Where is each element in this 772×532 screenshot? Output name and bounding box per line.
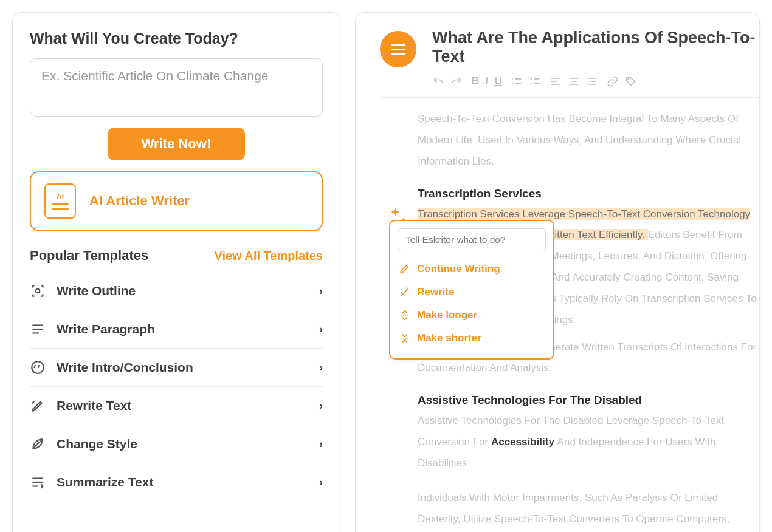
align-right-icon[interactable] xyxy=(586,75,598,87)
create-panel: What Will You Create Today? Write Now! A… xyxy=(12,12,340,532)
ai-action-continue[interactable]: Continue Writing xyxy=(398,257,546,281)
wand-icon xyxy=(399,286,411,298)
template-label: Write Paragraph xyxy=(57,322,155,336)
ai-actions-popup: Continue Writing Rewrite Make longer Mak… xyxy=(389,220,554,360)
ai-action-longer[interactable]: Make longer xyxy=(398,304,546,327)
bold-button[interactable]: B xyxy=(471,75,479,87)
paragraph: Individuals With Motor Impairments, Such… xyxy=(418,488,759,532)
menu-button[interactable] xyxy=(380,31,416,67)
template-list: Write Outline › Write Paragraph › Write … xyxy=(30,272,323,501)
template-item-summarize[interactable]: Summarize Text › xyxy=(30,463,323,501)
expand-icon xyxy=(399,309,411,321)
template-label: Write Outline xyxy=(57,284,136,298)
create-heading: What Will You Create Today? xyxy=(30,30,323,47)
chevron-right-icon: › xyxy=(319,438,323,451)
svg-point-13 xyxy=(531,83,532,84)
ordered-list-icon[interactable]: 12 xyxy=(511,75,523,87)
topic-input[interactable] xyxy=(30,58,323,117)
tag-icon[interactable] xyxy=(625,75,637,87)
align-left-icon[interactable] xyxy=(550,75,562,87)
templates-title: Popular Templates xyxy=(30,248,148,264)
svg-text:1: 1 xyxy=(512,77,514,80)
write-now-button[interactable]: Write Now! xyxy=(108,128,245,160)
document-title: What Are The Applications Of Speech-To-T… xyxy=(432,29,759,66)
svg-point-0 xyxy=(36,289,40,293)
pencil-icon xyxy=(399,263,411,275)
summarize-icon xyxy=(30,474,46,490)
intro-paragraph: Speech-To-Text Conversion Has Become Int… xyxy=(418,109,759,172)
italic-button[interactable]: I xyxy=(485,75,488,87)
template-item-rewrite[interactable]: Rewrite Text › xyxy=(30,387,323,425)
template-label: Write Intro/Conclusion xyxy=(57,360,193,375)
chevron-right-icon: › xyxy=(319,361,323,374)
chevron-right-icon: › xyxy=(319,476,323,489)
paragraph: Assistive Technologies For The Disabled … xyxy=(418,411,759,474)
formatting-toolbar: B I U 12 xyxy=(432,75,759,87)
ai-command-input[interactable] xyxy=(398,228,546,251)
svg-point-12 xyxy=(531,78,532,80)
ai-writer-icon: AI xyxy=(44,183,76,219)
redo-icon[interactable] xyxy=(450,75,463,87)
template-item-intro[interactable]: Write Intro/Conclusion › xyxy=(30,349,323,387)
link-icon[interactable] xyxy=(607,75,619,87)
template-label: Change Style xyxy=(57,437,137,451)
chevron-right-icon: › xyxy=(319,323,323,336)
template-item-style[interactable]: Change Style › xyxy=(30,425,323,463)
bullet-list-icon[interactable] xyxy=(529,75,541,87)
view-all-templates-link[interactable]: View All Templates xyxy=(214,249,323,263)
section-heading-assistive: Assistive Technologies For The Disabled xyxy=(418,394,759,407)
template-label: Rewrite Text xyxy=(57,398,131,413)
section-heading-transcription: Transcription Services xyxy=(418,187,759,200)
svg-point-25 xyxy=(628,78,629,80)
undo-icon[interactable] xyxy=(432,75,444,87)
template-item-paragraph[interactable]: Write Paragraph › xyxy=(30,310,323,349)
collapse-icon xyxy=(399,332,411,344)
templates-header: Popular Templates View All Templates xyxy=(30,248,323,264)
scan-icon xyxy=(30,283,46,299)
ai-writer-label: AI Article Writer xyxy=(89,193,190,209)
toolbar-divider xyxy=(380,97,759,98)
template-item-outline[interactable]: Write Outline › xyxy=(30,272,323,310)
chevron-right-icon: › xyxy=(319,285,323,298)
quote-icon xyxy=(30,360,46,375)
underline-button[interactable]: U xyxy=(494,75,502,87)
align-center-icon[interactable] xyxy=(568,75,580,87)
paragraph-icon xyxy=(30,321,46,337)
template-label: Summarize Text xyxy=(57,475,154,489)
leaf-icon xyxy=(30,436,46,452)
ai-action-rewrite[interactable]: Rewrite xyxy=(398,281,546,304)
accessibility-link[interactable]: Accessibility xyxy=(491,436,557,448)
ai-action-shorter[interactable]: Make shorter xyxy=(398,327,546,350)
svg-text:2: 2 xyxy=(512,81,514,85)
ai-article-writer-card[interactable]: AI AI Article Writer xyxy=(30,171,323,231)
chevron-right-icon: › xyxy=(319,400,323,412)
pencil-icon xyxy=(30,398,46,414)
